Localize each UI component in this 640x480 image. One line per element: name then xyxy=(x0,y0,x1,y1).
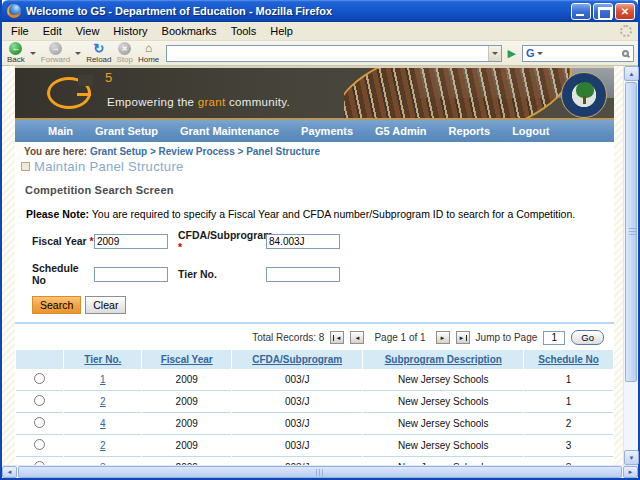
tier-no-link[interactable]: 1 xyxy=(100,374,106,385)
search-engine-dropdown-icon[interactable] xyxy=(537,52,543,55)
section-title: Competition Search Screen xyxy=(25,184,614,196)
total-records-label: Total Records: 8 xyxy=(252,332,324,343)
row-select-radio[interactable] xyxy=(34,417,45,428)
next-page-button[interactable]: ► xyxy=(436,331,450,344)
schedule-no-label: Schedule No xyxy=(32,262,94,286)
nav-payments[interactable]: Payments xyxy=(290,125,364,137)
minimize-button[interactable] xyxy=(571,3,591,20)
vertical-scrollbar-thumb[interactable] xyxy=(625,82,637,382)
schedule-no-cell: 1 xyxy=(524,369,613,391)
stop-icon: ✕ xyxy=(118,42,131,55)
throbber-icon xyxy=(620,25,632,37)
cfda-subprogram-cell: 003/J xyxy=(232,369,362,391)
reload-button[interactable]: ↻ Reload xyxy=(85,42,112,64)
breadcrumb: You are here: Grant Setup > Review Proce… xyxy=(24,146,614,157)
scroll-left-icon[interactable]: ◄ xyxy=(2,466,17,478)
tier-no-link[interactable]: 2 xyxy=(100,440,106,451)
nav-grant-setup[interactable]: Grant Setup xyxy=(84,125,169,137)
forward-icon: → xyxy=(49,42,62,55)
sort-fiscal-year[interactable]: Fiscal Year xyxy=(161,354,213,365)
table-header-row: Tier No. Fiscal Year CFDA/Subprogram Sub… xyxy=(16,350,613,369)
g5-banner: 5 Empowering the grant community. f(x)∫d… xyxy=(15,66,614,120)
menu-help[interactable]: Help xyxy=(263,23,300,39)
search-engine-icon[interactable]: G xyxy=(523,47,536,59)
main-nav-bar: Main Grant Setup Grant Maintenance Payme… xyxy=(15,120,614,142)
search-icon[interactable] xyxy=(622,50,629,57)
scroll-down-icon[interactable]: ▼ xyxy=(624,450,639,465)
search-button[interactable]: Search xyxy=(32,296,81,314)
close-button[interactable]: ✕ xyxy=(615,3,635,20)
fiscal-year-cell: 2009 xyxy=(142,369,231,391)
breadcrumb-path[interactable]: Grant Setup > Review Process > Panel Str… xyxy=(90,146,320,157)
horizontal-scrollbar-thumb[interactable] xyxy=(18,466,622,478)
cfda-subprogram-label: CFDA/Subprogram * xyxy=(178,229,266,253)
subprogram-description-cell: New Jersey Schools xyxy=(363,413,523,435)
address-dropdown-button[interactable] xyxy=(488,46,501,61)
schedule-no-cell: 1 xyxy=(524,391,613,413)
menu-tools[interactable]: Tools xyxy=(224,23,264,39)
row-select-radio[interactable] xyxy=(34,439,45,450)
row-select-radio[interactable] xyxy=(34,461,45,465)
tier-no-link[interactable]: 3 xyxy=(100,462,106,465)
forward-button[interactable]: → Forward xyxy=(40,42,71,64)
cfda-subprogram-input[interactable] xyxy=(266,234,340,249)
maximize-button[interactable] xyxy=(593,3,613,20)
vertical-scrollbar[interactable]: ▲ ▼ xyxy=(623,66,638,465)
menu-history[interactable]: History xyxy=(106,23,154,39)
results-table: Tier No. Fiscal Year CFDA/Subprogram Sub… xyxy=(15,350,614,465)
nav-logout[interactable]: Logout xyxy=(501,125,560,137)
nav-grant-maintenance[interactable]: Grant Maintenance xyxy=(169,125,290,137)
sort-cfda-subprogram[interactable]: CFDA/Subprogram xyxy=(252,354,342,365)
banner-collage-image: f(x)∫dx xyxy=(344,68,614,118)
sort-schedule-no[interactable]: Schedule No xyxy=(538,354,599,365)
back-dropdown-icon[interactable] xyxy=(30,52,36,55)
menu-bookmarks[interactable]: Bookmarks xyxy=(155,23,224,39)
schedule-no-input[interactable] xyxy=(94,267,168,282)
fiscal-year-input[interactable] xyxy=(94,234,168,249)
nav-main[interactable]: Main xyxy=(37,125,84,137)
nav-reports[interactable]: Reports xyxy=(438,125,502,137)
tier-no-link[interactable]: 4 xyxy=(100,418,106,429)
sort-tier-no[interactable]: Tier No. xyxy=(84,354,121,365)
tier-no-link[interactable]: 2 xyxy=(100,396,106,407)
home-icon: ⌂ xyxy=(145,42,152,55)
sort-subprogram-description[interactable]: Subprogram Description xyxy=(385,354,502,365)
fiscal-year-cell: 2009 xyxy=(142,457,231,465)
web-search-input[interactable] xyxy=(544,48,622,59)
row-select-radio[interactable] xyxy=(34,395,45,406)
g5-logo-sup: 5 xyxy=(105,70,112,85)
banner-slogan: Empowering the grant community. xyxy=(107,96,290,108)
menu-view[interactable]: View xyxy=(69,23,107,39)
tier-no-label: Tier No. xyxy=(178,268,266,280)
forward-dropdown-icon[interactable] xyxy=(75,52,81,55)
home-button[interactable]: ⌂ Home xyxy=(137,42,160,64)
first-page-button[interactable]: ◄ xyxy=(330,331,344,344)
tier-no-input[interactable] xyxy=(266,267,340,282)
scroll-right-icon[interactable]: ► xyxy=(623,466,638,478)
bookshelf-swoosh-image xyxy=(344,68,582,118)
table-row: 4 2009 003/J New Jersey Schools 2 xyxy=(16,413,613,435)
page-title-row: Maintain Panel Structure xyxy=(21,159,614,174)
row-select-radio[interactable] xyxy=(34,373,45,384)
chevron-down-icon xyxy=(492,52,498,55)
horizontal-scrollbar[interactable]: ◄ ► xyxy=(2,465,638,478)
go-button[interactable]: ▶ xyxy=(505,47,519,60)
jump-to-page-input[interactable] xyxy=(543,331,565,345)
previous-page-button[interactable]: ◄ xyxy=(350,331,364,344)
stop-button[interactable]: ✕ Stop xyxy=(116,42,134,64)
address-bar xyxy=(166,45,501,62)
menu-file[interactable]: File xyxy=(4,23,36,39)
subprogram-description-cell: New Jersey Schools xyxy=(363,391,523,413)
search-bar: G xyxy=(522,45,634,62)
address-input[interactable] xyxy=(167,48,487,59)
fiscal-year-cell: 2009 xyxy=(142,435,231,457)
menu-edit[interactable]: Edit xyxy=(36,23,69,39)
last-page-button[interactable]: ► xyxy=(456,331,470,344)
nav-g5-admin[interactable]: G5 Admin xyxy=(364,125,438,137)
fiscal-year-cell: 2009 xyxy=(142,413,231,435)
reload-icon: ↻ xyxy=(93,42,104,55)
jump-go-button[interactable]: Go xyxy=(571,330,604,345)
back-button[interactable]: ← Back xyxy=(6,42,26,64)
clear-button[interactable]: Clear xyxy=(85,296,126,314)
scroll-up-icon[interactable]: ▲ xyxy=(624,66,639,81)
